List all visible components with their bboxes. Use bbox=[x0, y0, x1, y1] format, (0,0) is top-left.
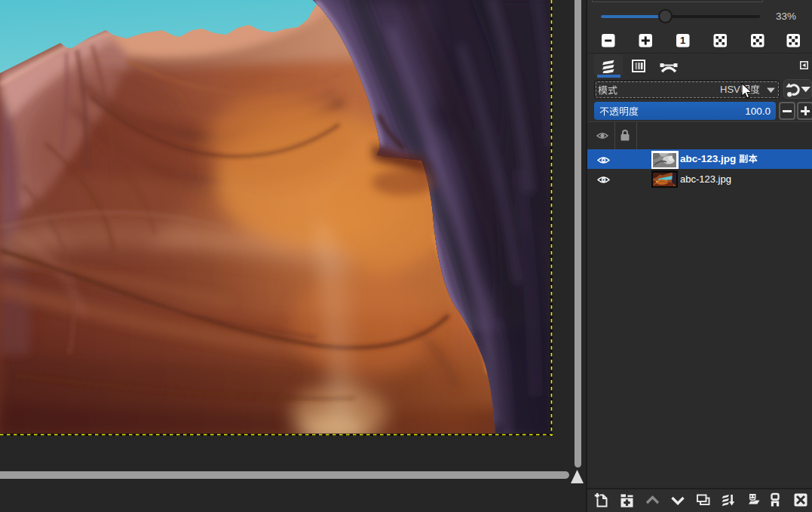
svg-text:1: 1 bbox=[680, 35, 685, 46]
